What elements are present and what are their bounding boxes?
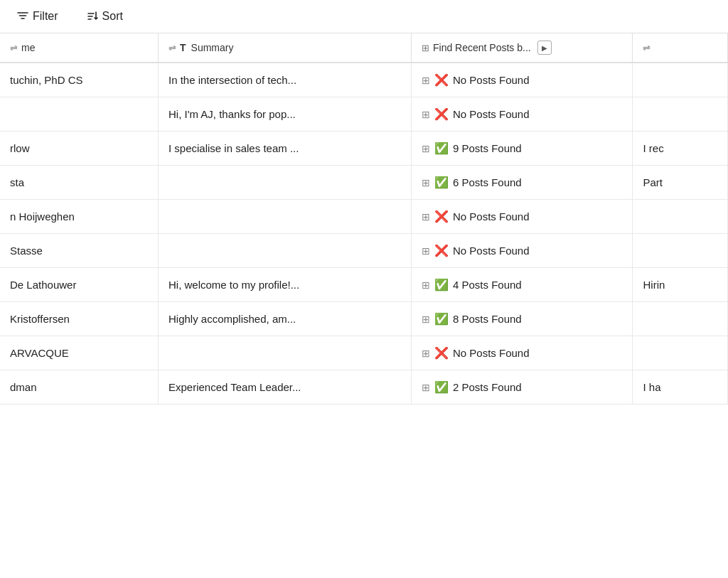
cell-posts: ⊞❌No Posts Found (411, 97, 633, 132)
table-row: rlowI specialise in sales team ...⊞✅9 Po… (0, 132, 728, 166)
filter-button[interactable]: Filter (11, 7, 64, 26)
table-row: sta⊞✅6 Posts FoundPart (0, 166, 728, 200)
cell-summary: In the intersection of tech... (158, 63, 411, 97)
cell-extra: Part (633, 166, 728, 200)
cell-summary: Experienced Team Leader... (158, 370, 411, 405)
cross-icon: ❌ (434, 210, 449, 223)
cell-posts: ⊞✅6 Posts Found (411, 166, 633, 200)
col-header-extra[interactable]: ⇌ (633, 33, 728, 63)
col-header-posts[interactable]: ⊞ Find Recent Posts b... ▶ (411, 33, 633, 63)
cell-extra (633, 336, 728, 370)
table-wrapper: ⇌ me ⇌ T Summary ⊞ Find Recent Posts b..… (0, 33, 728, 405)
cell-posts: ⊞❌No Posts Found (411, 200, 633, 234)
cell-name: Kristoffersen (0, 302, 158, 336)
posts-count-text: 2 Posts Found (453, 381, 522, 393)
posts-row-grid-icon: ⊞ (422, 279, 430, 291)
posts-row-grid-icon: ⊞ (422, 109, 430, 120)
cell-posts: ⊞✅2 Posts Found (411, 370, 633, 405)
cell-posts: ⊞✅8 Posts Found (411, 302, 633, 336)
posts-count-text: 8 Posts Found (453, 313, 522, 325)
posts-row-grid-icon: ⊞ (422, 177, 430, 188)
cross-icon: ❌ (434, 346, 449, 360)
cell-extra (633, 97, 728, 132)
posts-count-text: 4 Posts Found (453, 279, 522, 291)
cell-extra (633, 63, 728, 97)
posts-count-text: No Posts Found (453, 74, 530, 86)
col-header-summary[interactable]: ⇌ T Summary (158, 33, 411, 63)
posts-row-grid-icon: ⊞ (422, 245, 430, 257)
cell-name: De Lathouwer (0, 268, 158, 302)
table-row: KristoffersenHighly accomplished, am...⊞… (0, 302, 728, 336)
table-row: ARVACQUE⊞❌No Posts Found (0, 336, 728, 370)
posts-row-grid-icon: ⊞ (422, 211, 430, 223)
cell-name: n Hoijweghen (0, 200, 158, 234)
table-row: De LathouwerHi, welcome to my profile!..… (0, 268, 728, 302)
cell-name (0, 97, 158, 132)
cell-extra (633, 234, 728, 268)
cell-summary: Hi, welcome to my profile!... (158, 268, 411, 302)
cell-posts: ⊞❌No Posts Found (411, 234, 633, 268)
cell-name: sta (0, 166, 158, 200)
posts-count-text: 9 Posts Found (453, 142, 522, 154)
cross-icon: ❌ (434, 73, 449, 87)
table-row: tuchin, PhD CSIn the intersection of tec… (0, 63, 728, 97)
cell-summary: I specialise in sales team ... (158, 132, 411, 166)
check-icon: ✅ (434, 278, 449, 291)
cell-summary: Highly accomplished, am... (158, 302, 411, 336)
cell-posts: ⊞✅9 Posts Found (411, 132, 633, 166)
cell-summary (158, 336, 411, 370)
posts-count-text: No Posts Found (453, 347, 530, 359)
posts-count-text: No Posts Found (453, 108, 530, 120)
cell-extra: I rec (633, 132, 728, 166)
table-row: Hi, I'm AJ, thanks for pop...⊞❌No Posts … (0, 97, 728, 132)
sort-label: Sort (102, 10, 123, 23)
cell-extra (633, 302, 728, 336)
cell-posts: ⊞❌No Posts Found (411, 336, 633, 370)
cell-name: dman (0, 370, 158, 405)
table-body: tuchin, PhD CSIn the intersection of tec… (0, 63, 728, 405)
col-header-name[interactable]: ⇌ me (0, 33, 158, 63)
posts-row-grid-icon: ⊞ (422, 382, 430, 393)
col-name-label: me (21, 42, 35, 53)
posts-row-grid-icon: ⊞ (422, 143, 430, 154)
cell-posts: ⊞✅4 Posts Found (411, 268, 633, 302)
table-row: n Hoijweghen⊞❌No Posts Found (0, 200, 728, 234)
cell-extra: I ha (633, 370, 728, 405)
cell-name: tuchin, PhD CS (0, 63, 158, 97)
extra-sort-icon: ⇌ (643, 43, 651, 53)
sort-button[interactable]: Sort (81, 7, 129, 26)
cell-name: ARVACQUE (0, 336, 158, 370)
col-posts-label: Find Recent Posts b... (433, 42, 531, 53)
summary-sort-icon: ⇌ (168, 43, 176, 53)
name-col-icon: ⇌ (10, 43, 18, 53)
toolbar: Filter Sort (0, 0, 728, 33)
cell-name: rlow (0, 132, 158, 166)
check-icon: ✅ (434, 141, 449, 155)
cell-extra: Hirin (633, 268, 728, 302)
play-button[interactable]: ▶ (537, 41, 552, 55)
posts-row-grid-icon: ⊞ (422, 75, 430, 86)
table-header-row: ⇌ me ⇌ T Summary ⊞ Find Recent Posts b..… (0, 33, 728, 63)
posts-count-text: No Posts Found (453, 245, 530, 257)
filter-label: Filter (33, 10, 58, 23)
main-table: ⇌ me ⇌ T Summary ⊞ Find Recent Posts b..… (0, 33, 728, 405)
posts-grid-icon: ⊞ (422, 43, 429, 53)
check-icon: ✅ (434, 380, 449, 394)
cell-extra (633, 200, 728, 234)
cross-icon: ❌ (434, 107, 449, 121)
check-icon: ✅ (434, 312, 449, 326)
posts-count-text: 6 Posts Found (453, 176, 522, 188)
cell-summary (158, 234, 411, 268)
cell-summary: Hi, I'm AJ, thanks for pop... (158, 97, 411, 132)
col-summary-label: Summary (191, 42, 234, 53)
posts-row-grid-icon: ⊞ (422, 348, 430, 359)
cell-summary (158, 200, 411, 234)
filter-icon (17, 11, 28, 22)
cross-icon: ❌ (434, 244, 449, 257)
posts-count-text: No Posts Found (453, 210, 530, 223)
table-row: Stasse⊞❌No Posts Found (0, 234, 728, 268)
posts-row-grid-icon: ⊞ (422, 314, 430, 325)
summary-type-icon: T (180, 42, 186, 53)
cell-posts: ⊞❌No Posts Found (411, 63, 633, 97)
check-icon: ✅ (434, 176, 449, 189)
